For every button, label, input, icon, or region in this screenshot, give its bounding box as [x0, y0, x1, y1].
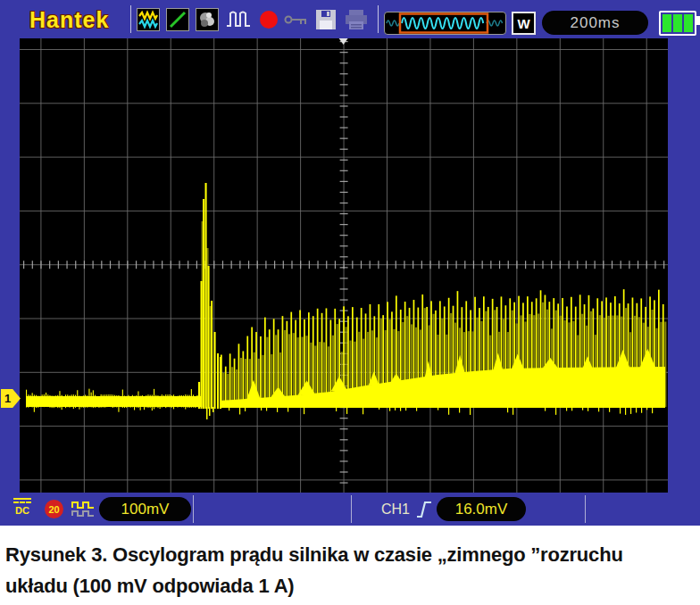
top-toolbar: Hantek [0, 0, 700, 38]
figure-caption: Rysunek 3. Oscylogram prądu silnika w cz… [0, 526, 700, 602]
toolbar-separator [130, 5, 131, 33]
caption-line2: układu (100 mV odpowiada 1 A) [5, 571, 691, 602]
save-icon[interactable] [314, 8, 338, 31]
dc-coupling-icon: DC [11, 498, 34, 516]
record-icon[interactable] [260, 11, 278, 29]
trigger-level-readout: 16.0mV [437, 497, 526, 521]
battery-bar [684, 14, 693, 32]
horizontal-position-widget[interactable] [384, 12, 506, 35]
probe-comp-icon [71, 500, 95, 523]
battery-indicator [659, 11, 696, 36]
hantek-logo: Hantek [29, 7, 109, 33]
rising-edge-icon [415, 499, 433, 524]
oscilloscope-screenshot: Hantek [0, 0, 700, 526]
bottombar-separator [585, 495, 586, 523]
bandwidth-limit-badge: 20 [45, 500, 63, 518]
toolbar-icon-group [137, 7, 369, 32]
coupling-label: DC [15, 505, 29, 516]
volts-div-readout: 100mV [99, 497, 191, 521]
article-figure: Hantek [0, 0, 700, 605]
bottombar-separator [351, 495, 352, 523]
key-lock-icon[interactable] [284, 13, 308, 26]
battery-bar [662, 14, 671, 32]
pulse-mode-icon[interactable] [225, 7, 254, 32]
channel1-marker[interactable]: 1 [1, 389, 21, 408]
scope-screen [20, 38, 668, 493]
bottom-toolbar: DC 20 100mV CH1 16.0mV [0, 493, 700, 526]
waveform-canvas [20, 38, 668, 493]
snapshot-icon[interactable] [196, 8, 219, 31]
print-icon[interactable] [344, 9, 369, 30]
caption-line1: Rysunek 3. Oscylogram prądu silnika w cz… [5, 540, 691, 571]
toolbar-separator [378, 5, 379, 33]
trigger-source-label: CH1 [381, 501, 410, 518]
waveform-channels-icon[interactable] [137, 8, 160, 31]
battery-bar [673, 14, 682, 32]
cursor-line-icon[interactable] [166, 8, 189, 31]
window-mode-button[interactable]: W [512, 12, 536, 35]
timebase-readout: 200ms [542, 11, 648, 35]
bottombar-separator [193, 495, 194, 523]
